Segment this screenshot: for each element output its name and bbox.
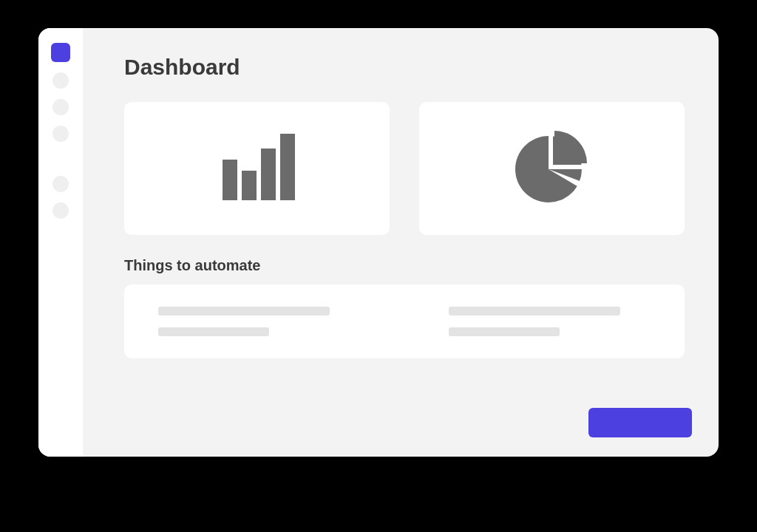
list-item[interactable] [158, 307, 330, 316]
svg-rect-1 [242, 171, 257, 200]
svg-rect-2 [261, 149, 276, 200]
card-bar-chart[interactable] [124, 102, 390, 235]
nav-item-1[interactable] [52, 72, 69, 89]
svg-rect-6 [549, 165, 591, 169]
section-title-automate: Things to automate [124, 257, 685, 274]
automate-list-panel [124, 284, 685, 358]
svg-rect-3 [280, 134, 295, 200]
bar-chart-icon [217, 130, 298, 207]
nav-item-2[interactable] [52, 99, 69, 115]
nav-item-active[interactable] [51, 43, 70, 62]
list-col-left [158, 307, 360, 336]
primary-action-button[interactable] [588, 408, 692, 437]
card-pie-chart[interactable] [419, 102, 685, 235]
nav-item-5[interactable] [52, 202, 69, 219]
list-item[interactable] [158, 327, 269, 336]
nav-item-4[interactable] [52, 176, 69, 192]
main-content: Dashboard [83, 28, 719, 457]
cards-row [124, 102, 685, 235]
sidebar [38, 28, 83, 457]
list-item[interactable] [449, 327, 560, 336]
nav-item-3[interactable] [52, 126, 69, 142]
pie-chart-icon [512, 126, 593, 211]
list-col-right [449, 307, 651, 336]
svg-rect-0 [223, 160, 237, 200]
app-window: Dashboard [38, 28, 719, 457]
svg-rect-5 [549, 131, 553, 169]
page-title: Dashboard [124, 55, 685, 80]
list-item[interactable] [449, 307, 620, 316]
